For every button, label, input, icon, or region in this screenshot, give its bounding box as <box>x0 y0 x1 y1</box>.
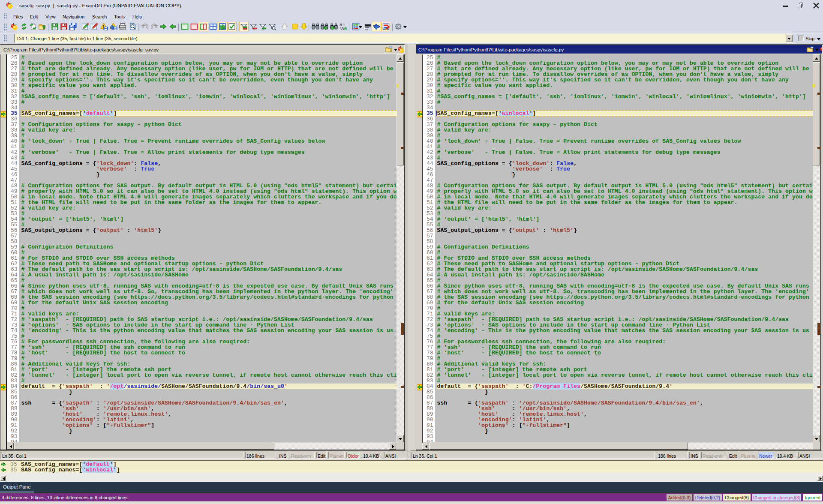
svg-text:A: A <box>341 27 344 30</box>
svg-text:B: B <box>344 27 347 30</box>
